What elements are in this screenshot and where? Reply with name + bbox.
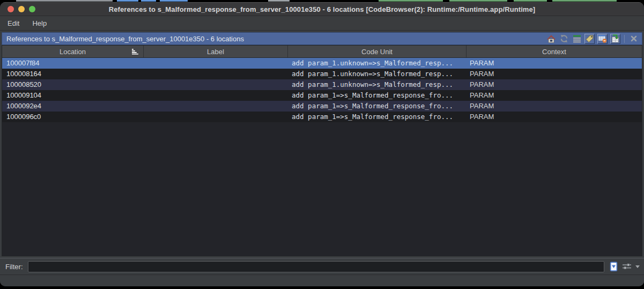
filter-icons xyxy=(609,262,640,272)
cell-label xyxy=(144,79,288,90)
sliver-fragment xyxy=(268,0,290,2)
filter-bar: Filter: xyxy=(0,258,644,275)
cell-label xyxy=(144,101,288,112)
table-row[interactable]: 1000096c0 add param_1=>s_Malformed_respo… xyxy=(2,112,642,122)
sliver-fragment xyxy=(160,0,188,2)
window-titlebar[interactable]: References to s_Malformed_response_from_… xyxy=(0,2,644,16)
home-button[interactable] xyxy=(546,34,556,44)
home-icon xyxy=(547,35,556,43)
traffic-close-button[interactable] xyxy=(8,6,14,12)
panel-title: References to s_Malformed_response_from_… xyxy=(6,35,546,43)
column-header-context[interactable]: Context xyxy=(467,46,642,57)
traffic-minimize-button[interactable] xyxy=(18,6,25,12)
sliver-fragment xyxy=(514,0,547,2)
close-panel-button[interactable] xyxy=(628,34,639,44)
column-header-location[interactable]: Location xyxy=(2,46,144,57)
sort-ascending-icon xyxy=(131,48,139,57)
panel-titlebar[interactable]: References to s_Malformed_response_from_… xyxy=(2,32,642,45)
table-row[interactable]: 100008164 add param_1.unknown=>s_Malform… xyxy=(2,69,642,79)
column-filter-button[interactable] xyxy=(609,262,618,272)
sliver-fragment xyxy=(552,0,617,2)
table-row[interactable]: 1000092e4 add param_1=>s_Malformed_respo… xyxy=(2,101,642,112)
window-title: References to s_Malformed_response_from_… xyxy=(109,5,536,13)
cell-label xyxy=(144,69,288,79)
status-bar xyxy=(0,275,644,286)
cell-context: PARAM xyxy=(467,90,642,101)
cell-code-unit: add param_1=>s_Malformed_response_fro... xyxy=(288,90,467,101)
filter-settings-icon xyxy=(622,263,632,270)
filter-settings-button[interactable] xyxy=(622,263,632,270)
content-area: References to s_Malformed_response_from_… xyxy=(0,31,644,275)
sliver-fragment xyxy=(449,0,507,2)
cell-context: PARAM xyxy=(467,112,642,122)
cell-code-unit: add param_1=>s_Malformed_response_fro... xyxy=(288,101,467,112)
cell-location: 100009104 xyxy=(2,90,144,101)
close-icon xyxy=(630,35,638,42)
cell-location: 1000092e4 xyxy=(2,101,144,112)
table-snapshot-button[interactable] xyxy=(610,34,620,44)
cell-context: PARAM xyxy=(467,79,642,90)
cell-context: PARAM xyxy=(467,58,642,69)
column-header-label: Code Unit xyxy=(361,48,393,56)
references-table: Location Label xyxy=(2,45,642,256)
traffic-zoom-button[interactable] xyxy=(29,6,35,12)
table-remove-button[interactable] xyxy=(597,34,608,44)
table-body: 100007f84 add param_1.unknown=>s_Malform… xyxy=(2,58,642,256)
table-snapshot-icon xyxy=(611,34,620,43)
sliver-fragment xyxy=(16,0,113,2)
column-header-label: Label xyxy=(207,48,224,56)
tag-icon xyxy=(586,35,594,43)
toolbar-separator xyxy=(624,35,625,43)
column-header-label-col[interactable]: Label xyxy=(144,46,288,57)
table-row[interactable]: 100008520 add param_1.unknown=>s_Malform… xyxy=(2,79,642,90)
column-header-label: Location xyxy=(60,48,86,56)
cell-label xyxy=(144,58,288,69)
panel-toolbar xyxy=(546,34,639,44)
menu-help[interactable]: Help xyxy=(27,18,52,29)
cell-location: 1000096c0 xyxy=(2,112,144,122)
sliver-fragment xyxy=(141,0,156,2)
filter-input[interactable] xyxy=(28,261,605,272)
filter-label: Filter: xyxy=(5,263,23,271)
refresh-button[interactable] xyxy=(559,34,569,44)
table-row[interactable]: 100009104 add param_1=>s_Malformed_respo… xyxy=(2,90,642,101)
tag-button[interactable] xyxy=(584,34,595,44)
cell-location: 100008164 xyxy=(2,69,144,79)
column-filter-icon xyxy=(609,262,618,272)
references-window: References to s_Malformed_response_from_… xyxy=(0,2,644,286)
make-selection-icon xyxy=(573,35,581,43)
table-row[interactable]: 100007f84 add param_1.unknown=>s_Malform… xyxy=(2,58,642,69)
cell-location: 100007f84 xyxy=(2,58,144,69)
cell-code-unit: add param_1.unknown=>s_Malformed_resp... xyxy=(288,58,467,69)
cell-label xyxy=(144,90,288,101)
cell-code-unit: add param_1.unknown=>s_Malformed_resp... xyxy=(288,79,467,90)
sliver-fragment xyxy=(379,0,443,2)
cell-location: 100008520 xyxy=(2,79,144,90)
cell-code-unit: add param_1=>s_Malformed_response_fro... xyxy=(288,112,467,122)
table-header: Location Label xyxy=(2,46,642,58)
cell-label xyxy=(144,112,288,122)
sliver-fragment xyxy=(117,0,138,2)
traffic-lights xyxy=(8,3,35,16)
menubar: Edit Help xyxy=(0,16,644,31)
column-header-code-unit[interactable]: Code Unit xyxy=(288,46,467,57)
cell-context: PARAM xyxy=(467,101,642,112)
menu-edit[interactable]: Edit xyxy=(6,18,25,29)
make-selection-button[interactable] xyxy=(572,34,582,44)
cell-code-unit: add param_1.unknown=>s_Malformed_resp... xyxy=(288,69,467,79)
column-header-label: Context xyxy=(542,48,566,56)
cell-context: PARAM xyxy=(467,69,642,79)
filter-dropdown-arrow-icon[interactable] xyxy=(635,265,640,268)
refresh-icon xyxy=(560,34,568,43)
table-remove-icon xyxy=(598,34,607,43)
